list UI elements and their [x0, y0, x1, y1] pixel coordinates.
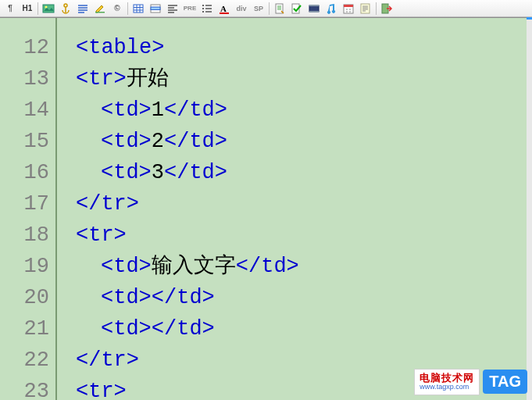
- watermark-badge: TAG: [483, 370, 527, 394]
- svg-point-8: [202, 11, 204, 12]
- h1-icon[interactable]: H1: [19, 1, 36, 16]
- svg-rect-14: [309, 5, 319, 6]
- anchor-icon: [59, 2, 72, 15]
- music-icon: [325, 2, 337, 15]
- code-tag: </tr>: [76, 192, 139, 216]
- watermark-title: 电脑技术网: [420, 373, 474, 384]
- copyright-icon[interactable]: ©: [109, 1, 126, 16]
- scrollbar-track[interactable]: [527, 17, 532, 400]
- paragraph-icon-label: ¶: [8, 4, 12, 12]
- edit-icon: [94, 2, 106, 15]
- align-icon: [166, 2, 179, 15]
- table-icon[interactable]: [130, 1, 147, 16]
- toolbar-separator: [37, 2, 38, 15]
- code-tag: <td>: [101, 98, 152, 122]
- sp-icon[interactable]: SP: [250, 1, 267, 16]
- exit-icon[interactable]: [378, 1, 395, 16]
- table-icon: [132, 2, 145, 15]
- code-tag: <td>: [101, 130, 152, 153]
- code-line[interactable]: <tr>: [76, 220, 532, 251]
- div-icon-label: div: [236, 5, 246, 12]
- code-line[interactable]: <td>输入文字</td>: [76, 251, 532, 282]
- toolbar-separator: [269, 2, 270, 15]
- toolbar-separator: [127, 2, 128, 15]
- line-number: 14: [0, 95, 49, 126]
- svg-point-7: [202, 8, 204, 9]
- cal-icon[interactable]: [340, 1, 357, 16]
- code-line[interactable]: </tr>: [76, 188, 532, 220]
- code-text: 2: [152, 130, 164, 153]
- line-number: 13: [0, 63, 49, 95]
- line-number: 21: [0, 313, 49, 345]
- svg-text:A: A: [220, 4, 227, 13]
- anchor-icon[interactable]: [57, 1, 74, 16]
- code-text: 输入文字: [152, 255, 236, 278]
- code-tag: <table>: [76, 36, 164, 59]
- code-tag: <td>: [101, 317, 152, 341]
- watermark-text: 电脑技术网 www.tagxp.com: [414, 369, 480, 395]
- pre-icon[interactable]: PRE: [181, 1, 198, 16]
- code-line[interactable]: <td>3</td>: [76, 157, 532, 188]
- svg-rect-18: [361, 4, 370, 13]
- lines-icon: [77, 2, 89, 15]
- code-line[interactable]: <td></td>: [76, 282, 532, 313]
- watermark: 电脑技术网 www.tagxp.com TAG: [414, 369, 527, 395]
- sp-icon-label: SP: [254, 5, 263, 12]
- scroll-marker: [527, 17, 532, 20]
- line-number: 15: [0, 126, 49, 157]
- check-icon[interactable]: [288, 1, 305, 16]
- svg-rect-3: [134, 5, 143, 12]
- svg-rect-5: [151, 7, 160, 10]
- copyright-icon-label: ©: [114, 4, 120, 12]
- line-number: 20: [0, 282, 49, 313]
- code-line[interactable]: <tr>开始: [76, 63, 532, 95]
- line-number: 23: [0, 376, 49, 400]
- edit-icon[interactable]: [91, 1, 109, 16]
- doc-icon: [273, 2, 286, 15]
- code-tag: </td>: [236, 255, 299, 278]
- code-tag: <td>: [101, 161, 152, 184]
- code-tag: </td>: [164, 98, 227, 122]
- line-number: 19: [0, 251, 49, 282]
- code-tag: </tr>: [76, 348, 139, 372]
- toolbar-separator: [376, 2, 377, 15]
- div-icon[interactable]: div: [233, 1, 250, 16]
- image-icon[interactable]: [40, 1, 57, 16]
- code-text: 3: [152, 161, 164, 184]
- code-area[interactable]: <table><tr>开始<td>1</td><td>2</td><td>3</…: [57, 18, 532, 400]
- line-number: 16: [0, 157, 49, 188]
- code-tag: <tr>: [76, 223, 127, 247]
- align-icon[interactable]: [164, 1, 181, 16]
- h1-icon-label: H1: [23, 4, 33, 12]
- code-line[interactable]: <td>2</td>: [76, 126, 532, 157]
- svg-point-6: [202, 5, 204, 6]
- music-icon[interactable]: [323, 1, 340, 16]
- svg-rect-10: [220, 12, 229, 14]
- video-icon: [308, 2, 320, 15]
- svg-rect-0: [43, 5, 54, 12]
- watermark-url: www.tagxp.com: [420, 384, 474, 391]
- note-icon[interactable]: [357, 1, 374, 16]
- line-number: 12: [0, 32, 49, 63]
- list-icon: [201, 2, 213, 15]
- cal-icon: [342, 2, 355, 15]
- lines-icon[interactable]: [74, 1, 91, 16]
- list-icon[interactable]: [198, 1, 216, 16]
- check-icon: [291, 2, 303, 15]
- pre-icon-label: PRE: [184, 5, 196, 12]
- font-icon: A: [218, 2, 230, 15]
- font-icon[interactable]: A: [216, 1, 233, 16]
- paragraph-icon[interactable]: ¶: [2, 1, 19, 16]
- doc-icon[interactable]: [271, 1, 288, 16]
- video-icon[interactable]: [305, 1, 323, 16]
- note-icon: [359, 2, 372, 15]
- code-line[interactable]: <td>1</td>: [76, 95, 532, 126]
- svg-rect-17: [344, 5, 353, 7]
- code-tag: </td>: [164, 161, 227, 184]
- code-line[interactable]: <table>: [76, 32, 532, 63]
- row-icon[interactable]: [147, 1, 164, 16]
- line-number-gutter: 121314151617181920212223: [0, 18, 57, 400]
- code-line[interactable]: <td></td>: [76, 313, 532, 345]
- code-tag: </td>: [152, 286, 215, 309]
- svg-rect-13: [309, 5, 319, 12]
